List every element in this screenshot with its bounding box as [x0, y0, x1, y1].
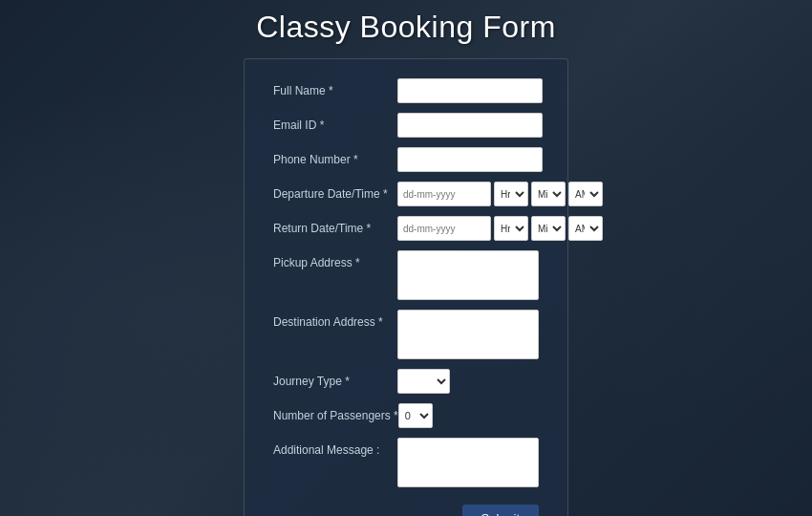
- return-row: Return Date/Time * Hr 1234 5678 9101112 …: [273, 216, 539, 241]
- return-ampm-select[interactable]: AM PM: [568, 216, 603, 241]
- form-card: Full Name * Email ID * Phone Number * De…: [244, 58, 568, 516]
- pickup-textarea[interactable]: [397, 250, 539, 300]
- email-input[interactable]: [397, 113, 543, 138]
- destination-textarea[interactable]: [397, 310, 539, 359]
- additional-message-label: Additional Message :: [273, 438, 397, 457]
- return-date-input[interactable]: [397, 216, 491, 241]
- page-wrapper: Classy Booking Form Full Name * Email ID…: [0, 0, 812, 516]
- phone-row: Phone Number *: [273, 147, 539, 172]
- departure-label: Departure Date/Time *: [273, 182, 397, 201]
- phone-input[interactable]: [397, 147, 543, 172]
- full-name-label: Full Name *: [273, 78, 397, 97]
- departure-datetime-group: Hr 1234 5678 9101112 Min 00051015 202530…: [397, 182, 603, 206]
- email-row: Email ID *: [273, 113, 539, 138]
- departure-min-select[interactable]: Min 00051015 20253035 40455055: [531, 182, 566, 206]
- journey-type-select[interactable]: One Way Round Trip: [397, 369, 450, 394]
- departure-row: Departure Date/Time * Hr 1234 5678 91011…: [273, 182, 539, 206]
- destination-row: Destination Address *: [273, 310, 539, 359]
- submit-button[interactable]: Submit: [462, 505, 539, 516]
- passengers-row: Number of Passengers * 0 1234 56789: [273, 403, 539, 428]
- return-min-select[interactable]: Min 00051015 20253035 40455055: [531, 216, 566, 241]
- submit-section: Submit: [273, 497, 539, 516]
- pickup-label: Pickup Address *: [273, 250, 397, 269]
- page-title: Classy Booking Form: [256, 10, 556, 45]
- passengers-label: Number of Passengers *: [273, 403, 398, 422]
- departure-date-input[interactable]: [397, 182, 491, 206]
- return-hr-select[interactable]: Hr 1234 5678 9101112: [494, 216, 528, 241]
- journey-type-label: Journey Type *: [273, 369, 397, 388]
- departure-ampm-select[interactable]: AM PM: [568, 182, 603, 206]
- additional-message-row: Additional Message :: [273, 438, 539, 487]
- full-name-row: Full Name *: [273, 78, 539, 103]
- destination-label: Destination Address *: [273, 310, 397, 329]
- departure-hr-select[interactable]: Hr 1234 5678 9101112: [494, 182, 528, 206]
- email-label: Email ID *: [273, 113, 397, 132]
- additional-message-textarea[interactable]: [397, 438, 539, 487]
- full-name-input[interactable]: [397, 78, 543, 103]
- journey-type-row: Journey Type * One Way Round Trip: [273, 369, 539, 394]
- pickup-row: Pickup Address *: [273, 250, 539, 300]
- phone-label: Phone Number *: [273, 147, 397, 166]
- passengers-select[interactable]: 0 1234 56789: [398, 403, 433, 428]
- return-label: Return Date/Time *: [273, 216, 397, 235]
- return-datetime-group: Hr 1234 5678 9101112 Min 00051015 202530…: [397, 216, 603, 241]
